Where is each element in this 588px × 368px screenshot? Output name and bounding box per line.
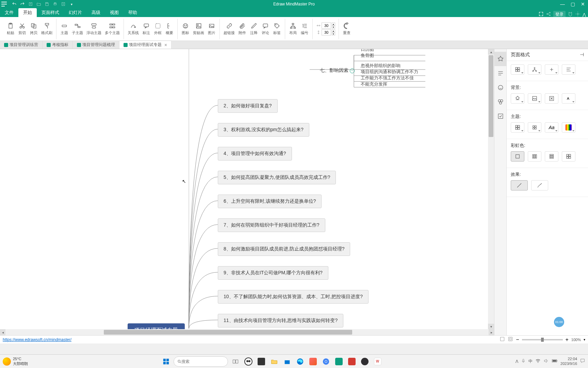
print-button[interactable] xyxy=(52,1,59,7)
theme-style-2[interactable] xyxy=(528,122,541,133)
mm-node-8[interactable]: 8、如何激励项目团队成员前进,防止成员抱团怼项目经理? xyxy=(218,242,350,256)
explorer-icon[interactable] xyxy=(269,356,280,367)
help-icon[interactable]: ⋀ xyxy=(583,12,586,17)
width-up[interactable]: ▴ xyxy=(332,22,335,26)
bg-fill-button[interactable] xyxy=(511,93,524,104)
doc-tab-2[interactable]: 项目管理问题梳理 xyxy=(73,41,119,49)
battery-icon[interactable] xyxy=(552,358,558,364)
bg-watermark-button[interactable]: A xyxy=(562,93,575,104)
chrome-icon[interactable] xyxy=(321,356,331,367)
note-button[interactable]: 注释 xyxy=(248,21,260,36)
topic-button[interactable]: 主题 xyxy=(59,21,70,36)
fit-width-icon[interactable] xyxy=(508,336,513,343)
obs-icon[interactable] xyxy=(359,356,370,367)
zoom-in-button[interactable]: + xyxy=(566,337,569,343)
open-button[interactable] xyxy=(35,1,42,7)
hscroll-thumb[interactable] xyxy=(104,330,352,335)
menu-file[interactable]: 文件 xyxy=(0,8,18,17)
mm-node-4[interactable]: 4、项目管理中如何有效沟通? xyxy=(218,147,292,160)
doc-tab-3[interactable]: 项目经理面试专题× xyxy=(119,41,172,49)
maximize-button[interactable]: ▢ xyxy=(568,0,578,8)
login-button[interactable]: 登录 xyxy=(553,11,566,18)
layout-style-1[interactable] xyxy=(511,64,524,75)
icon-button[interactable]: 图标 xyxy=(180,21,191,36)
zoom-slider[interactable] xyxy=(522,339,563,340)
doc-tab-1[interactable]: 考核指标 xyxy=(43,41,73,49)
width-spinner[interactable] xyxy=(322,22,331,29)
picture-button[interactable]: 图片 xyxy=(206,21,217,36)
close-tab-icon[interactable]: × xyxy=(164,42,167,48)
edge-icon[interactable] xyxy=(295,356,306,367)
height-down[interactable]: ▾ xyxy=(332,32,335,35)
redo-button[interactable] xyxy=(19,1,26,7)
settings-icon[interactable] xyxy=(575,11,581,18)
timer-badge[interactable]: 01:00 xyxy=(554,317,564,327)
review-button[interactable]: 重查 xyxy=(341,21,353,36)
search-input[interactable] xyxy=(181,359,224,364)
summary-button[interactable]: 概要 xyxy=(164,21,175,36)
hyperlink-button[interactable]: 超链接 xyxy=(222,21,236,36)
status-link[interactable]: https://www.edrawsoft.cn/mindmaster/ xyxy=(3,337,71,342)
scroll-up-arrow[interactable]: ▴ xyxy=(488,49,494,55)
doc-tab-0[interactable]: 项目管理训练营 xyxy=(0,41,43,49)
menu-view[interactable]: 视图 xyxy=(105,8,124,17)
sidebar-style-icon[interactable] xyxy=(494,52,507,66)
sidebar-iconset-icon[interactable] xyxy=(494,80,507,95)
height-spinner[interactable] xyxy=(322,29,331,35)
copy-button[interactable]: 拷贝 xyxy=(28,21,39,36)
rainbow-mode-3[interactable] xyxy=(545,151,558,162)
theme-style-1[interactable] xyxy=(511,122,524,133)
start-button[interactable] xyxy=(161,356,172,367)
menu-page-style[interactable]: 页面样式 xyxy=(37,8,64,17)
height-up[interactable]: ▴ xyxy=(332,29,335,32)
fullscreen-icon[interactable] xyxy=(538,11,544,18)
share-icon[interactable] xyxy=(546,11,551,18)
mm-section-7[interactable]: 七、影响因素− xyxy=(316,65,358,76)
menu-slideshow[interactable]: 幻灯片 xyxy=(64,8,87,17)
collapse-icon[interactable]: − xyxy=(350,68,355,73)
sidebar-task-icon[interactable] xyxy=(494,109,507,123)
netease-icon[interactable] xyxy=(346,356,357,367)
taskview-icon[interactable] xyxy=(230,356,241,367)
comment-button[interactable]: 评论 xyxy=(260,21,271,36)
bg-image-button[interactable] xyxy=(528,93,541,104)
zoom-thumb[interactable] xyxy=(541,338,544,342)
undo-button[interactable] xyxy=(11,1,18,7)
mm-node-2[interactable]: 2、如何做好项目复盘? xyxy=(218,99,278,113)
notifications-icon[interactable] xyxy=(580,358,585,365)
save-button[interactable] xyxy=(44,1,50,7)
qat-more-button[interactable]: ▾ xyxy=(68,1,75,7)
format-painter-button[interactable]: 格式刷 xyxy=(39,21,54,36)
layout-style-4[interactable] xyxy=(562,64,575,75)
mm-node-5[interactable]: 5、如何提高团队凝聚力,使团队成员高效完成工作? xyxy=(218,171,336,184)
mm-sub-0[interactable]: 日历图 xyxy=(361,49,374,52)
store-icon[interactable] xyxy=(282,356,293,367)
number-button[interactable]: 编号 xyxy=(299,21,310,36)
mindmap-canvas[interactable]: 七、影响因素− 日历图 鱼骨图 忽视外部组织的影响 项目组的沟通和协调工作不力 … xyxy=(0,49,494,335)
effect-handdrawn-button[interactable] xyxy=(531,180,548,190)
scroll-left-arrow[interactable]: ◂ xyxy=(0,329,5,335)
zoom-percent[interactable]: 100% xyxy=(571,338,581,342)
subtopic-button[interactable]: 子主题 xyxy=(70,21,85,36)
app-other-icon-2[interactable] xyxy=(308,356,318,367)
wps-icon[interactable]: W xyxy=(372,356,383,367)
mm-sub-5[interactable]: 不能充分发挥 xyxy=(361,81,387,87)
layout-style-2[interactable] xyxy=(528,64,541,75)
mm-node-10[interactable]: 10、不了解团队能力时,如何估算资源、成本、工时,把控项目进度? xyxy=(218,290,369,304)
minimize-button[interactable]: — xyxy=(557,0,568,8)
width-down[interactable]: ▾ xyxy=(332,26,335,29)
rainbow-mode-1[interactable] xyxy=(511,151,524,162)
zoom-dropdown-icon[interactable]: ▾ xyxy=(584,338,585,341)
callout-button[interactable]: 标注 xyxy=(141,21,152,36)
boundary-button[interactable]: 外框 xyxy=(152,21,164,36)
panel-pin-icon[interactable]: ⊣ xyxy=(580,52,584,58)
vertical-scrollbar[interactable]: ▴ ▾ xyxy=(488,49,494,329)
menu-help[interactable]: 帮助 xyxy=(124,8,142,17)
vscroll-thumb[interactable] xyxy=(489,55,493,137)
wifi-icon[interactable] xyxy=(535,358,541,365)
tray-chevron-icon[interactable]: ᐱ xyxy=(516,359,518,364)
attachment-button[interactable]: 附件 xyxy=(236,21,248,36)
ime-indicator[interactable]: 中 xyxy=(528,358,533,364)
sidebar-clipart-icon[interactable] xyxy=(494,95,507,109)
horizontal-scrollbar[interactable]: ◂ ▸ xyxy=(0,329,494,335)
